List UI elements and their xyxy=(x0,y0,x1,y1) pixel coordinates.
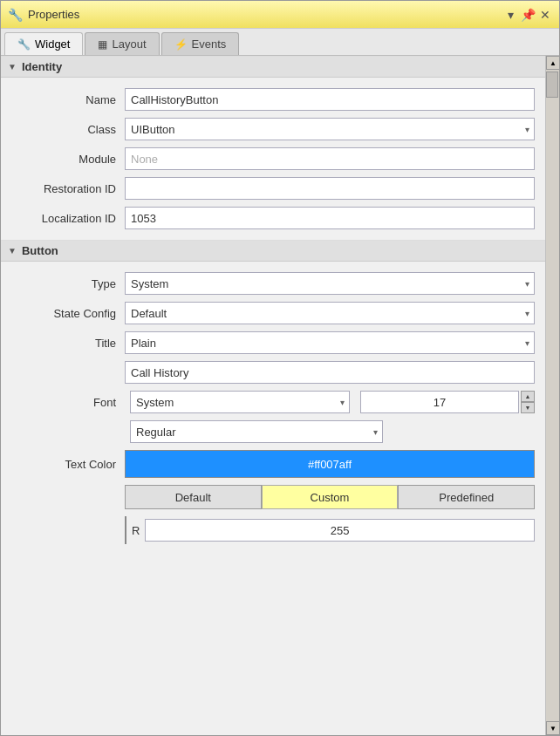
class-row: Class UIButton ▾ xyxy=(1,114,545,144)
title-row: Title Plain ▾ xyxy=(1,328,545,358)
layout-tab-icon: ▦ xyxy=(98,38,107,51)
font-style-row: Regular ▾ xyxy=(1,417,545,446)
identity-form: Name Class UIButton ▾ xyxy=(1,78,545,240)
r-value-input[interactable] xyxy=(145,519,535,542)
font-size-wrapper: ▲ ▼ xyxy=(360,391,535,413)
button-section-header: ▼ Button xyxy=(1,240,545,262)
pin-button[interactable]: ▾ xyxy=(503,8,517,22)
tab-bar: 🔧 Widget ▦ Layout ⚡ Events xyxy=(1,29,559,56)
scroll-up-button[interactable]: ▲ xyxy=(546,56,559,70)
restoration-id-control xyxy=(125,177,535,200)
button-form: Type System ▾ State Config xyxy=(1,262,545,555)
font-style-select[interactable]: Regular xyxy=(130,420,383,443)
r-label: R xyxy=(126,524,145,537)
main-panel: ▼ Identity Name Class xyxy=(1,56,545,735)
name-row: Name xyxy=(1,85,545,114)
gradient-row: R xyxy=(1,513,545,548)
title-control: Plain ▾ xyxy=(125,331,535,354)
title-select[interactable]: Plain xyxy=(125,331,535,354)
module-row: Module xyxy=(1,144,545,174)
font-size-down-button[interactable]: ▼ xyxy=(521,402,535,413)
localization-id-row: Localization ID xyxy=(1,203,545,233)
type-select[interactable]: System xyxy=(125,272,535,295)
scroll-thumb[interactable] xyxy=(546,72,558,98)
custom-color-button[interactable]: Custom xyxy=(262,485,399,509)
tab-widget-label: Widget xyxy=(35,37,70,51)
state-config-row: State Config Default ▾ xyxy=(1,298,545,328)
title-bar: 🔧 Properties ▾ 📌 ✕ xyxy=(1,1,559,29)
title-select-wrapper: Plain ▾ xyxy=(125,331,535,354)
scroll-track-inner xyxy=(546,70,559,721)
text-color-row: Text Color #ff007aff xyxy=(1,446,545,481)
widget-tab-icon: 🔧 xyxy=(17,38,31,51)
title-text-row xyxy=(1,358,545,387)
font-size-spinners: ▲ ▼ xyxy=(521,391,535,413)
type-label: Type xyxy=(11,277,125,290)
title-text-control xyxy=(125,361,535,384)
localization-id-label: Localization ID xyxy=(11,212,125,225)
type-row: Type System ▾ xyxy=(1,269,545,298)
scroll-down-button[interactable]: ▼ xyxy=(546,721,559,735)
module-control xyxy=(125,147,535,170)
state-config-select[interactable]: Default xyxy=(125,302,535,324)
class-control: UIButton ▾ xyxy=(125,118,535,140)
localization-id-input[interactable] xyxy=(125,207,535,229)
properties-icon: 🔧 xyxy=(8,8,23,22)
module-input[interactable] xyxy=(125,147,535,170)
identity-section-title: Identity xyxy=(22,60,62,73)
scrollbar: ▲ ▼ xyxy=(545,56,559,735)
title-label: Title xyxy=(11,337,125,350)
localization-id-control xyxy=(125,207,535,229)
title-bar-left: 🔧 Properties xyxy=(8,8,79,22)
tab-widget[interactable]: 🔧 Widget xyxy=(4,32,83,55)
properties-window: 🔧 Properties ▾ 📌 ✕ 🔧 Widget ▦ Layout ⚡ E… xyxy=(0,0,560,736)
font-label: Font xyxy=(11,396,125,409)
default-color-button[interactable]: Default xyxy=(125,485,262,509)
class-select-wrapper: UIButton ▾ xyxy=(125,118,535,140)
title-bar-controls: ▾ 📌 ✕ xyxy=(503,8,552,22)
identity-collapse-arrow[interactable]: ▼ xyxy=(8,62,17,72)
predefined-color-button[interactable]: Predefined xyxy=(398,485,535,509)
unpin-button[interactable]: 📌 xyxy=(521,8,535,22)
name-control xyxy=(125,88,535,111)
button-collapse-arrow[interactable]: ▼ xyxy=(8,246,17,256)
font-select-wrapper: System ▾ xyxy=(130,391,350,413)
class-label: Class xyxy=(11,123,125,136)
state-config-label: State Config xyxy=(11,307,125,320)
font-row: Font System ▾ ▲ ▼ xyxy=(1,387,545,417)
font-size-input[interactable] xyxy=(360,391,519,413)
tab-events-label: Events xyxy=(192,37,227,51)
color-btn-row: Default Custom Predefined xyxy=(1,481,545,513)
text-color-value: #ff007aff xyxy=(308,458,352,471)
title-text-input[interactable] xyxy=(125,361,535,384)
main-scroll-area: ▼ Identity Name Class xyxy=(1,56,559,735)
text-color-swatch[interactable]: #ff007aff xyxy=(125,450,535,478)
font-family-wrapper: System ▾ xyxy=(130,391,350,413)
name-input[interactable] xyxy=(125,88,535,111)
restoration-id-input[interactable] xyxy=(125,177,535,200)
tab-layout[interactable]: ▦ Layout xyxy=(85,32,159,55)
module-label: Module xyxy=(11,153,125,166)
font-family-select[interactable]: System xyxy=(130,391,350,413)
restoration-id-row: Restoration ID xyxy=(1,174,545,203)
text-color-label: Text Color xyxy=(11,458,125,471)
identity-section-header: ▼ Identity xyxy=(1,56,545,78)
font-size-up-button[interactable]: ▲ xyxy=(521,391,535,402)
type-select-wrapper: System ▾ xyxy=(125,272,535,295)
close-button[interactable]: ✕ xyxy=(538,8,552,22)
events-tab-icon: ⚡ xyxy=(174,38,188,51)
name-label: Name xyxy=(11,93,125,106)
state-config-control: Default ▾ xyxy=(125,302,535,324)
font-style-select-wrapper: Regular ▾ xyxy=(130,420,383,443)
state-config-select-wrapper: Default ▾ xyxy=(125,302,535,324)
type-control: System ▾ xyxy=(125,272,535,295)
restoration-id-label: Restoration ID xyxy=(11,182,125,195)
tab-events[interactable]: ⚡ Events xyxy=(161,32,240,55)
class-select[interactable]: UIButton xyxy=(125,118,535,140)
tab-layout-label: Layout xyxy=(112,37,146,51)
font-style-wrapper: Regular ▾ xyxy=(130,420,383,443)
window-title: Properties xyxy=(28,8,79,21)
button-section-title: Button xyxy=(22,244,58,257)
